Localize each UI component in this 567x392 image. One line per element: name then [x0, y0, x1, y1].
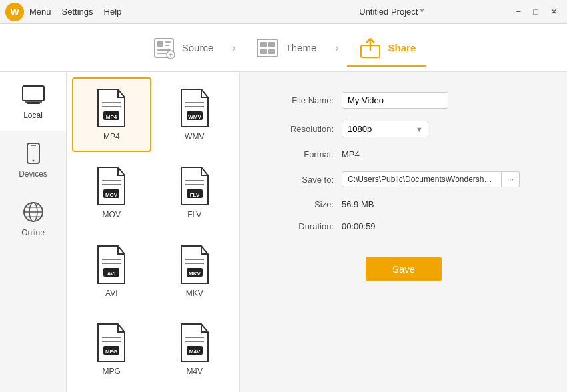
- saveto-path-group: ···: [342, 171, 520, 187]
- svg-text:FLV: FLV: [189, 192, 199, 198]
- sidebar: Local Devices On: [0, 72, 67, 392]
- svg-rect-10: [260, 42, 267, 47]
- svg-rect-13: [268, 49, 275, 54]
- menu-item-menu[interactable]: Menu: [29, 7, 51, 17]
- maximize-button[interactable]: □: [529, 5, 542, 18]
- format-mp4[interactable]: MP4 MP4: [72, 77, 151, 152]
- avi-file-icon: AVI: [94, 245, 129, 285]
- format-value: MP4: [342, 149, 360, 159]
- step-navigation: Source › Theme › Share: [0, 24, 567, 72]
- source-icon: [151, 35, 177, 61]
- step-theme-label: Theme: [286, 42, 317, 53]
- format-mkv[interactable]: MKV MKV: [155, 234, 235, 309]
- mp4-file-icon: MP4: [94, 88, 129, 128]
- title-bar: W Menu Settings Help Untitled Project * …: [0, 0, 567, 24]
- svg-text:WMV: WMV: [188, 114, 201, 120]
- settings-panel: File Name: Resolution: 720p 1080p 2K 4K …: [240, 72, 567, 392]
- svg-text:AVI: AVI: [107, 271, 116, 277]
- mp4-label: MP4: [103, 132, 120, 141]
- m4v-file-icon: M4V: [177, 323, 212, 363]
- size-value: 56.9 MB: [342, 199, 374, 209]
- wmv-label: WMV: [185, 132, 204, 141]
- format-wmv[interactable]: WMV WMV: [155, 77, 235, 152]
- resolution-label: Resolution:: [267, 124, 334, 134]
- window-controls: − □ ✕: [512, 5, 562, 18]
- sidebar-item-devices[interactable]: Devices: [0, 131, 66, 189]
- svg-rect-12: [260, 49, 267, 54]
- mpg-file-icon: MPG: [94, 323, 129, 363]
- duration-label: Duration:: [267, 221, 334, 231]
- saveto-label: Save to:: [267, 175, 334, 185]
- step-theme[interactable]: Theme: [244, 30, 328, 66]
- svg-text:MKV: MKV: [189, 271, 201, 277]
- resolution-row: Resolution: 720p 1080p 2K 4K ▼: [267, 121, 540, 137]
- size-label: Size:: [267, 199, 334, 209]
- flv-file-icon: FLV: [177, 166, 212, 206]
- minimize-button[interactable]: −: [512, 5, 526, 18]
- svg-text:MOV: MOV: [105, 192, 118, 198]
- avi-label: AVI: [105, 289, 117, 298]
- format-flv[interactable]: FLV FLV: [155, 156, 235, 231]
- app-logo: W: [5, 3, 24, 21]
- close-button[interactable]: ✕: [546, 5, 562, 18]
- menu-item-help[interactable]: Help: [104, 7, 122, 17]
- svg-rect-4: [157, 49, 171, 51]
- resolution-select-wrapper: 720p 1080p 2K 4K ▼: [342, 121, 428, 137]
- svg-text:MP4: MP4: [106, 114, 117, 120]
- format-panel: MP4 MP4 WMV WMV: [67, 72, 240, 392]
- filename-label: File Name:: [267, 95, 334, 105]
- save-button[interactable]: Save: [366, 257, 442, 281]
- svg-text:M4V: M4V: [189, 349, 201, 355]
- size-row: Size: 56.9 MB: [267, 199, 540, 209]
- sidebar-local-label: Local: [23, 111, 43, 120]
- share-icon: [358, 35, 383, 61]
- format-label: Format:: [267, 149, 334, 159]
- local-icon: [21, 83, 45, 107]
- mkv-label: MKV: [186, 289, 203, 298]
- sidebar-item-local[interactable]: Local: [0, 72, 66, 131]
- step-source[interactable]: Source: [141, 30, 225, 66]
- sidebar-devices-label: Devices: [19, 169, 47, 179]
- format-row: Format: MP4: [267, 149, 540, 159]
- svg-rect-15: [23, 86, 44, 101]
- step-arrow-2: ›: [335, 42, 338, 54]
- saveto-input[interactable]: [342, 171, 502, 187]
- mpg-label: MPG: [103, 367, 121, 376]
- menu-bar: Menu Settings Help: [29, 7, 271, 17]
- step-share-label: Share: [388, 42, 416, 53]
- theme-icon: [255, 35, 280, 61]
- duration-value: 00:00:59: [342, 221, 376, 231]
- saveto-browse-button[interactable]: ···: [502, 171, 520, 187]
- format-mpg[interactable]: MPG MPG: [72, 313, 151, 387]
- format-m4v[interactable]: M4V M4V: [155, 313, 235, 387]
- svg-rect-1: [157, 41, 163, 47]
- svg-rect-2: [165, 41, 171, 43]
- step-share[interactable]: Share: [347, 30, 427, 66]
- svg-text:MPG: MPG: [105, 349, 117, 355]
- menu-item-settings[interactable]: Settings: [62, 7, 93, 17]
- svg-rect-9: [257, 39, 277, 57]
- svg-point-19: [32, 160, 34, 162]
- filename-input[interactable]: [342, 92, 448, 109]
- svg-rect-3: [165, 45, 169, 46]
- mov-file-icon: MOV: [94, 166, 129, 206]
- mov-label: MOV: [103, 210, 121, 219]
- duration-row: Duration: 00:00:59: [267, 221, 540, 231]
- online-icon: [21, 200, 45, 224]
- mkv-file-icon: MKV: [177, 245, 212, 285]
- step-source-label: Source: [182, 42, 214, 53]
- sidebar-online-label: Online: [21, 228, 45, 237]
- svg-rect-11: [268, 42, 275, 47]
- format-grid: MP4 MP4 WMV WMV: [67, 72, 239, 392]
- format-avi[interactable]: AVI AVI: [72, 234, 151, 309]
- sidebar-item-online[interactable]: Online: [0, 189, 66, 248]
- m4v-label: M4V: [186, 367, 203, 376]
- flv-label: FLV: [187, 210, 201, 219]
- filename-row: File Name:: [267, 92, 540, 109]
- wmv-file-icon: WMV: [177, 88, 212, 128]
- resolution-select[interactable]: 720p 1080p 2K 4K: [342, 121, 428, 137]
- step-arrow-1: ›: [232, 42, 235, 54]
- saveto-row: Save to: ···: [267, 171, 540, 187]
- format-mov[interactable]: MOV MOV: [72, 156, 151, 231]
- main-content: Local Devices On: [0, 72, 567, 392]
